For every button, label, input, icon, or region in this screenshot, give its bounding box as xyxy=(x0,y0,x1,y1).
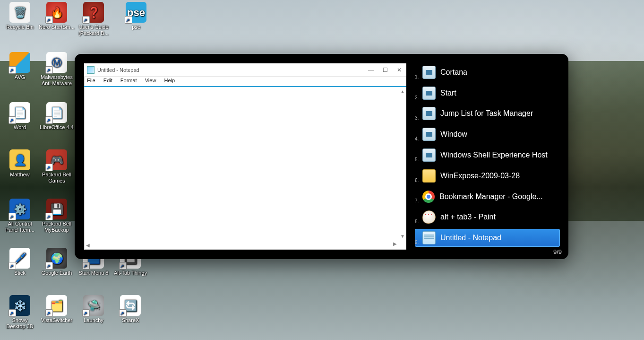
window-list-item[interactable]: 5.Windows Shell Experience Host xyxy=(415,146,560,164)
icon-matthew[interactable]: 👤Matthew xyxy=(2,149,38,178)
scroll-down-icon[interactable]: ▼ xyxy=(399,233,406,240)
icon-launchy[interactable]: 🛸Launchy xyxy=(76,295,112,323)
icon-avg[interactable]: AVG xyxy=(2,52,38,80)
scroll-track[interactable] xyxy=(399,96,406,233)
icon-label: AVG xyxy=(15,74,25,80)
notepad-icon xyxy=(87,66,94,74)
icon-malwarebytes[interactable]: ⓂMalwarebytes Anti-Malware xyxy=(39,52,75,87)
icon-label: Word xyxy=(14,124,26,130)
window-list-item[interactable]: 1.Cortana xyxy=(415,63,560,81)
window-list-item[interactable]: 8.alt + tab3 - Paint xyxy=(415,208,560,226)
window-list-item[interactable]: 7.Bookmark Manager - Google... xyxy=(415,188,560,206)
icon-google-earth[interactable]: 🌍Google Earth xyxy=(39,248,75,276)
window-counter: 9/9 xyxy=(553,248,562,255)
win-icon xyxy=(422,66,436,79)
window-list-label: Cortana xyxy=(440,68,467,77)
window-list-number: 2. xyxy=(415,95,421,100)
icon-label: User's Guide (Packard B... xyxy=(78,24,109,36)
window-list-item[interactable]: 3.Jump List for Task Manager xyxy=(415,105,560,123)
notepad-title: Untitled - Notepad xyxy=(97,67,139,73)
user-folder-icon: 👤 xyxy=(9,149,30,170)
control-panel-icon: ⚙️ xyxy=(9,199,30,219)
menu-edit[interactable]: Edit xyxy=(103,78,112,83)
icon-pb-games[interactable]: 🎮Packard Bell Games xyxy=(39,149,75,184)
icon-libreoffice[interactable]: 📄LibreOffice 4.4 xyxy=(39,102,75,131)
window-list-item[interactable]: 6.WinExpose-2009-03-28 xyxy=(415,167,560,185)
notepad-text-area[interactable] xyxy=(86,88,404,247)
word-icon: 📄 xyxy=(9,102,30,123)
win-icon xyxy=(422,87,436,100)
window-list-number: 4. xyxy=(415,136,421,141)
window-list: 1.Cortana2.Start3.Jump List for Task Man… xyxy=(415,63,560,250)
maximize-button[interactable]: ☐ xyxy=(378,63,392,77)
window-list-label: Untitled - Notepad xyxy=(440,234,501,242)
packard-bell-backup-icon: 💾 xyxy=(46,199,67,219)
icon-pse[interactable]: psepse xyxy=(118,2,154,30)
icon-label: Packard Bell MyBackup xyxy=(42,221,71,233)
icon-label: Nero StartSm... xyxy=(39,24,75,30)
icon-pb-backup[interactable]: 💾Packard Bell MyBackup xyxy=(39,199,75,233)
icon-recycle-bin[interactable]: 🗑️Recycle Bin xyxy=(2,2,38,30)
window-list-item[interactable]: 9.Untitled - Notepad xyxy=(415,229,560,247)
window-list-number: 6. xyxy=(415,178,421,183)
icon-vistaswitcher[interactable]: 🗂️VistaSwitcher xyxy=(39,295,75,323)
icon-users-guide[interactable]: ❓User's Guide (Packard B... xyxy=(76,2,112,36)
icon-label: Google Earth xyxy=(42,270,72,276)
window-list-label: Start xyxy=(440,89,456,97)
icon-label: VistaSwitcher xyxy=(41,317,72,323)
chrome-icon xyxy=(422,191,435,203)
folder-icon xyxy=(422,169,436,183)
icon-word[interactable]: 📄Word xyxy=(2,102,38,131)
window-list-number: 9. xyxy=(415,240,421,245)
icon-label: Launchy xyxy=(84,317,103,323)
recycle-bin-icon: 🗑️ xyxy=(9,2,30,23)
sharex-icon: 🔄 xyxy=(120,295,141,316)
icon-label: Stick xyxy=(14,270,26,276)
window-list-label: alt + tab3 - Paint xyxy=(440,213,496,221)
menu-view[interactable]: View xyxy=(145,78,156,83)
close-button[interactable]: ✕ xyxy=(392,63,406,77)
snowy-desktop-icon: ❄️ xyxy=(9,295,30,316)
icon-label: Packard Bell Games xyxy=(42,172,71,183)
vertical-scrollbar[interactable]: ▲ ▼ xyxy=(399,88,406,240)
icon-control-panel[interactable]: ⚙️All Control Panel Item... xyxy=(2,199,38,233)
win-icon xyxy=(422,128,436,141)
window-list-item[interactable]: 2.Start xyxy=(415,84,560,102)
icon-label: Malwarebytes Anti-Malware xyxy=(41,74,73,86)
icon-label: pse xyxy=(132,24,140,30)
icon-label: All Control Panel Item... xyxy=(5,221,34,233)
icon-label: Alt-Tab Thingy xyxy=(114,270,147,276)
stick-icon: 🖊️ xyxy=(9,248,30,269)
window-list-label: Bookmark Manager - Google... xyxy=(439,192,543,201)
scroll-right-icon[interactable]: ▶ xyxy=(391,240,399,248)
window-list-number: 7. xyxy=(415,198,421,203)
notepad-icon xyxy=(422,231,436,244)
avg-icon xyxy=(9,52,30,73)
window-list-number: 1. xyxy=(415,74,421,79)
icon-label: Snowy Desktop 3D xyxy=(6,317,33,329)
notepad-titlebar: Untitled - Notepad — ☐ ✕ xyxy=(84,63,406,77)
nero-icon: 🔥 xyxy=(46,2,67,23)
window-list-number: 5. xyxy=(415,157,421,162)
icon-nero[interactable]: 🔥Nero StartSm... xyxy=(39,2,75,30)
scroll-up-icon[interactable]: ▲ xyxy=(399,88,406,96)
minimize-button[interactable]: — xyxy=(364,63,378,77)
icon-sharex[interactable]: 🔄ShareX xyxy=(112,295,148,323)
help-icon: ❓ xyxy=(83,2,104,23)
icon-label: ShareX xyxy=(122,317,139,323)
menu-help[interactable]: Help xyxy=(164,78,175,83)
window-list-item[interactable]: 4.Window xyxy=(415,125,560,143)
icon-snowy-desktop[interactable]: ❄️Snowy Desktop 3D xyxy=(2,295,38,330)
win-icon xyxy=(422,148,436,162)
google-earth-icon: 🌍 xyxy=(46,248,67,269)
window-list-label: Window xyxy=(440,130,467,139)
alt-tab-switcher[interactable]: Untitled - Notepad — ☐ ✕ File Edit Forma… xyxy=(75,54,568,259)
icon-label: Start Menu 8 xyxy=(79,270,109,276)
scroll-left-icon[interactable]: ◀ xyxy=(84,242,92,249)
menu-format[interactable]: Format xyxy=(120,78,137,83)
menu-file[interactable]: File xyxy=(87,78,95,83)
libreoffice-icon: 📄 xyxy=(46,102,67,123)
horizontal-scrollbar[interactable]: ◀ ▶ xyxy=(84,240,399,248)
vistaswitcher-icon: 🗂️ xyxy=(46,295,67,316)
icon-stick[interactable]: 🖊️Stick xyxy=(2,248,38,276)
